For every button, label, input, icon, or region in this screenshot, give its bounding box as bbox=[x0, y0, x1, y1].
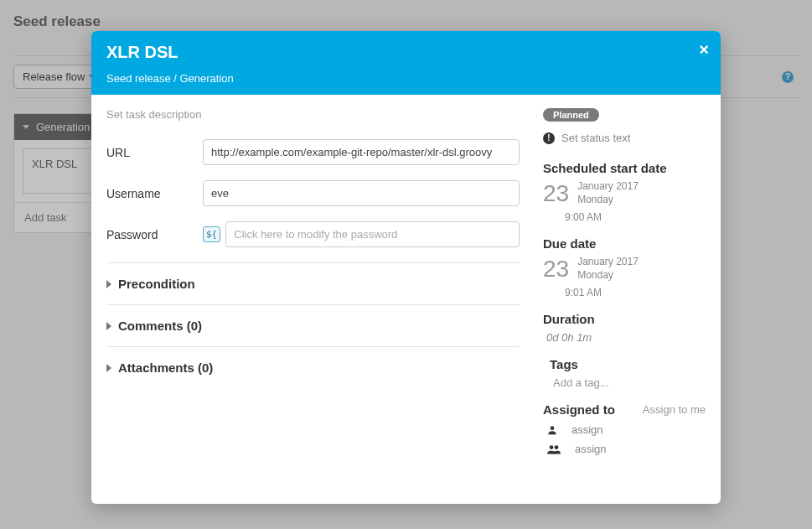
scheduled-date[interactable]: 23 January 2017 Monday bbox=[543, 180, 706, 206]
modal-header: XLR DSL Seed release / Generation × bbox=[91, 31, 721, 95]
scheduled-day: 23 bbox=[543, 182, 569, 205]
variable-chip[interactable]: ${ bbox=[203, 226, 220, 242]
due-date[interactable]: 23 January 2017 Monday bbox=[543, 256, 706, 282]
modal-left-pane: Set task description URL Username Passwo… bbox=[91, 95, 535, 504]
scheduled-start-heading: Scheduled start date bbox=[543, 161, 706, 175]
chevron-right-icon bbox=[106, 364, 111, 372]
due-day: 23 bbox=[543, 257, 569, 281]
attachments-label: Attachments (0) bbox=[118, 360, 213, 375]
status-badge: Planned bbox=[543, 108, 599, 122]
due-time[interactable]: 9:01 AM bbox=[565, 287, 706, 298]
due-month-year: January 2017 bbox=[577, 256, 639, 269]
due-weekday: Monday bbox=[577, 269, 639, 283]
svg-point-0 bbox=[551, 426, 555, 430]
modal-title: XLR DSL bbox=[106, 43, 706, 62]
duration-value: 0d 0h 1m bbox=[546, 331, 706, 344]
group-icon bbox=[546, 443, 561, 455]
username-input[interactable] bbox=[203, 180, 520, 206]
modal-right-pane: Planned ! Set status text Scheduled star… bbox=[535, 95, 721, 504]
task-modal: XLR DSL Seed release / Generation × Set … bbox=[91, 31, 721, 504]
assign-group-label: assign bbox=[575, 443, 607, 455]
scheduled-time[interactable]: 9:00 AM bbox=[565, 211, 706, 223]
assign-user-label: assign bbox=[572, 423, 603, 436]
task-description-input[interactable]: Set task description bbox=[106, 108, 520, 121]
assign-to-me-link[interactable]: Assign to me bbox=[643, 403, 706, 416]
status-text-input[interactable]: ! Set status text bbox=[543, 132, 706, 144]
username-label: Username bbox=[106, 187, 203, 200]
chevron-right-icon bbox=[106, 280, 111, 288]
url-input[interactable] bbox=[203, 139, 520, 165]
scheduled-weekday: Monday bbox=[577, 194, 639, 207]
assign-group[interactable]: assign bbox=[546, 443, 706, 455]
url-label: URL bbox=[106, 146, 203, 159]
chevron-right-icon bbox=[106, 322, 111, 330]
breadcrumb: Seed release / Generation bbox=[106, 72, 706, 85]
comments-section-toggle[interactable]: Comments (0) bbox=[106, 319, 520, 333]
duration-heading: Duration bbox=[543, 312, 706, 326]
due-date-heading: Due date bbox=[543, 236, 706, 251]
status-text-placeholder: Set status text bbox=[561, 132, 630, 144]
person-icon bbox=[546, 424, 558, 436]
precondition-label: Precondition bbox=[118, 277, 195, 291]
tags-heading: Tags bbox=[550, 357, 706, 371]
precondition-section-toggle[interactable]: Precondition bbox=[106, 277, 520, 291]
assigned-to-heading: Assigned to bbox=[543, 402, 615, 417]
svg-point-1 bbox=[550, 445, 554, 449]
add-tag-input[interactable]: Add a tag... bbox=[553, 376, 706, 389]
info-icon: ! bbox=[543, 132, 555, 144]
attachments-section-toggle[interactable]: Attachments (0) bbox=[106, 360, 520, 375]
password-input[interactable] bbox=[225, 221, 520, 247]
assign-user[interactable]: assign bbox=[546, 423, 706, 436]
password-label: Password bbox=[106, 228, 203, 241]
scheduled-month-year: January 2017 bbox=[577, 180, 639, 194]
svg-point-2 bbox=[555, 445, 559, 449]
close-icon[interactable]: × bbox=[699, 40, 709, 60]
comments-label: Comments (0) bbox=[118, 319, 202, 333]
